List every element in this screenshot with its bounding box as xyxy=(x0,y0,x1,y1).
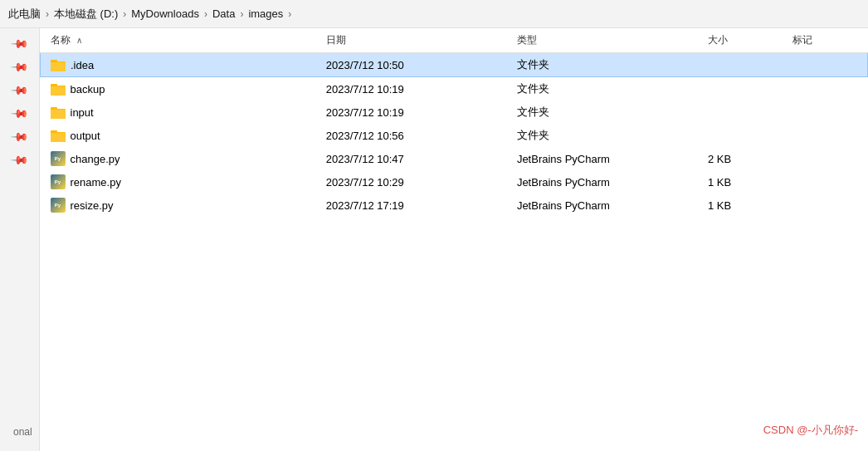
breadcrumb-computer[interactable]: 此电脑 xyxy=(8,7,41,22)
file-name-text: input xyxy=(71,106,94,119)
watermark: CSDN @-小凡你好- xyxy=(763,423,858,438)
file-tag-cell xyxy=(783,194,867,217)
file-name-text: .idea xyxy=(71,59,94,71)
breadcrumb-sep-3: › xyxy=(204,8,207,20)
folder-icon xyxy=(51,105,66,119)
pin-icon-6[interactable]: 📌 xyxy=(7,148,31,171)
folder-icon xyxy=(51,82,66,96)
file-name-text: rename.py xyxy=(71,176,121,189)
pin-icon-4[interactable]: 📌 xyxy=(7,101,31,125)
file-date-cell: 2023/7/12 10:29 xyxy=(316,170,507,194)
table-row[interactable]: rename.py2023/7/12 10:29JetBrains PyChar… xyxy=(41,170,868,194)
file-size-cell: 1 KB xyxy=(698,194,783,217)
table-row[interactable]: resize.py2023/7/12 17:19JetBrains PyChar… xyxy=(41,194,868,217)
svg-rect-5 xyxy=(51,86,66,96)
file-table: 名称 ∧ 日期 类型 大小 标记 xyxy=(40,28,868,217)
file-type-cell: 文件夹 xyxy=(507,100,698,124)
file-name-cell: resize.py xyxy=(41,194,316,217)
file-type-cell: JetBrains PyCharm xyxy=(507,194,698,217)
file-size-cell xyxy=(698,124,783,147)
pin-icon-2[interactable]: 📌 xyxy=(7,55,31,78)
folder-icon xyxy=(51,58,66,71)
file-name-cell: rename.py xyxy=(41,170,316,194)
pin-icon-1[interactable]: 📌 xyxy=(7,32,31,55)
breadcrumb-mydownloads[interactable]: MyDownloads xyxy=(131,7,199,20)
file-size-cell xyxy=(698,53,783,77)
breadcrumb-sep-5: › xyxy=(288,8,291,20)
file-name-cell: input xyxy=(41,100,316,124)
file-tag-cell xyxy=(783,77,867,101)
file-date-cell: 2023/7/12 10:56 xyxy=(316,124,507,147)
file-name-cell: change.py xyxy=(41,147,316,170)
file-date-cell: 2023/7/12 10:19 xyxy=(316,100,507,124)
file-type-cell: 文件夹 xyxy=(507,77,698,101)
file-type-cell: 文件夹 xyxy=(507,53,698,77)
file-size-cell: 2 KB xyxy=(698,147,783,170)
breadcrumb-images[interactable]: images xyxy=(248,7,283,20)
file-name-text: backup xyxy=(71,83,105,96)
file-size-cell xyxy=(698,77,783,101)
file-list-area: 名称 ∧ 日期 类型 大小 标记 xyxy=(40,28,868,451)
pin-icon-3[interactable]: 📌 xyxy=(7,78,31,101)
file-name-text: resize.py xyxy=(71,199,114,212)
file-tag-cell xyxy=(783,100,867,124)
file-date-cell: 2023/7/12 17:19 xyxy=(316,194,507,217)
column-header-tag[interactable]: 标记 xyxy=(783,28,867,53)
table-header-row: 名称 ∧ 日期 类型 大小 标记 xyxy=(41,28,868,53)
breadcrumb-sep-4: › xyxy=(240,8,243,20)
table-row[interactable]: input2023/7/12 10:19文件夹 xyxy=(41,100,868,124)
file-name-cell: backup xyxy=(41,77,316,101)
python-file-icon xyxy=(51,198,66,213)
file-name-cell: .idea xyxy=(41,53,316,77)
file-type-cell: JetBrains PyCharm xyxy=(507,170,698,194)
folder-icon xyxy=(51,129,66,142)
file-tag-cell xyxy=(783,124,867,147)
file-size-cell xyxy=(698,100,783,124)
column-header-size[interactable]: 大小 xyxy=(698,28,783,53)
file-type-cell: 文件夹 xyxy=(507,124,698,147)
breadcrumb-drive[interactable]: 本地磁盘 (D:) xyxy=(54,7,118,22)
file-tag-cell xyxy=(783,147,867,170)
file-name-cell: output xyxy=(41,124,316,147)
file-tag-cell xyxy=(783,53,867,77)
sidebar: 📌 📌 📌 📌 📌 📌 xyxy=(0,28,40,451)
file-type-cell: JetBrains PyCharm xyxy=(507,147,698,170)
python-file-icon xyxy=(51,151,66,166)
file-date-cell: 2023/7/12 10:50 xyxy=(316,53,507,77)
column-header-name[interactable]: 名称 ∧ xyxy=(41,28,316,53)
bottom-text: onal xyxy=(13,426,32,438)
svg-rect-11 xyxy=(51,133,66,142)
file-name-text: output xyxy=(71,130,100,142)
svg-rect-2 xyxy=(51,62,66,71)
pin-icon-5[interactable]: 📌 xyxy=(7,125,31,148)
column-header-date[interactable]: 日期 xyxy=(316,28,507,53)
svg-rect-8 xyxy=(51,110,66,119)
column-header-type[interactable]: 类型 xyxy=(507,28,698,53)
file-size-cell: 1 KB xyxy=(698,170,783,194)
table-row[interactable]: .idea2023/7/12 10:50文件夹 xyxy=(41,53,868,77)
file-date-cell: 2023/7/12 10:47 xyxy=(316,147,507,170)
breadcrumb-data[interactable]: Data xyxy=(212,7,235,20)
sort-arrow-name: ∧ xyxy=(76,36,82,45)
file-date-cell: 2023/7/12 10:19 xyxy=(316,77,507,101)
table-row[interactable]: output2023/7/12 10:56文件夹 xyxy=(41,124,868,147)
file-name-text: change.py xyxy=(71,153,120,165)
table-row[interactable]: change.py2023/7/12 10:47JetBrains PyChar… xyxy=(41,147,868,170)
python-file-icon xyxy=(51,174,66,189)
table-row[interactable]: backup2023/7/12 10:19文件夹 xyxy=(41,77,868,101)
breadcrumb-sep-1: › xyxy=(46,8,49,20)
breadcrumb: 此电脑 › 本地磁盘 (D:) › MyDownloads › Data › i… xyxy=(0,0,868,28)
breadcrumb-sep-2: › xyxy=(123,8,126,20)
file-tag-cell xyxy=(783,170,867,194)
